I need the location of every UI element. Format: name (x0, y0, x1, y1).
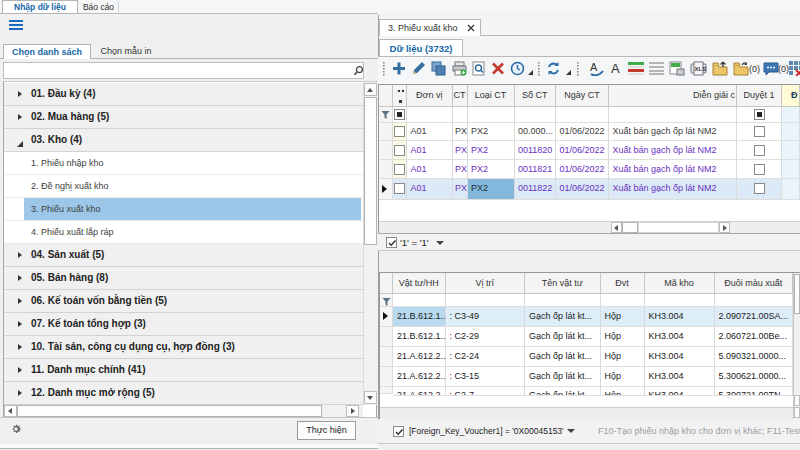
svg-text:A: A (611, 61, 620, 76)
svg-text:XLS: XLS (695, 66, 707, 72)
svg-text:A: A (590, 61, 598, 73)
